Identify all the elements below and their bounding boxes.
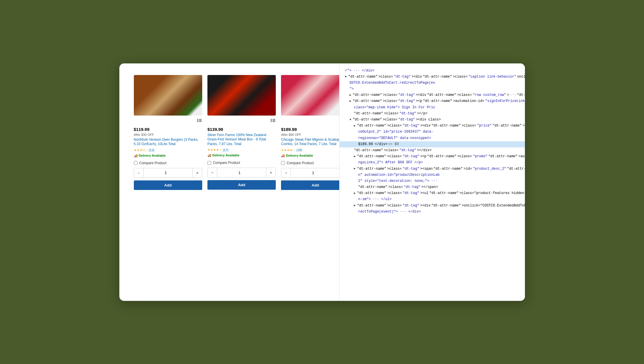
- delivery-label-3: 🚚 Delivery: [281, 154, 299, 157]
- devtools-line-6[interactable]: ▶"dt-attr-name">class="dt-tag"><p "dt-at…: [340, 98, 525, 104]
- qty-input-2[interactable]: [217, 169, 266, 177]
- add-button-1[interactable]: Add: [134, 180, 202, 190]
- qty-decrease-3[interactable]: −: [281, 168, 291, 178]
- qty-decrease-2[interactable]: −: [208, 168, 217, 177]
- list-icon-row-3: [281, 118, 339, 125]
- dt-dollar-12: == $0: [388, 142, 399, 147]
- devtools-line-10[interactable]: ▶"dt-attr-name">class="dt-tag"><div "dt-…: [340, 123, 525, 129]
- dt-triangle-9[interactable]: ▶: [354, 124, 356, 128]
- dt-triangle-1[interactable]: ▶: [345, 74, 347, 79]
- devtools-line-7[interactable]: class="map-item hide"> Sign In For Pric: [340, 105, 525, 111]
- dt-text-23: rectToPage(event)"> ··· </div>: [358, 209, 421, 215]
- product-image-1: [134, 75, 202, 116]
- delivery-status-2: Available: [225, 153, 239, 157]
- devtools-line-24[interactable]: rectToPage(event)"> ··· </div>: [340, 209, 525, 215]
- add-button-3[interactable]: Add: [281, 180, 339, 190]
- qty-row-1: − +: [134, 168, 202, 178]
- delivery-2: 🚚 Delivery Available: [207, 153, 276, 157]
- delivery-label-1: 🚚 Delivery: [134, 154, 152, 157]
- products-grid: $119.99 After $30 OFF Northfork Venison …: [134, 75, 331, 190]
- dt-text-17: n" automation-id="productDescriptionLab: [358, 172, 440, 178]
- review-count-2[interactable]: (17): [223, 148, 229, 152]
- devtools-line-5[interactable]: ▶"dt-attr-name">class="dt-tag"><div "dt-…: [340, 92, 525, 98]
- browser-window: $119.99 After $30 OFF Northfork Venison …: [119, 63, 525, 301]
- compare-checkbox-3[interactable]: [281, 161, 285, 165]
- dt-triangle-16[interactable]: ▶: [354, 167, 356, 171]
- devtools-line-23[interactable]: ▶"dt-attr-name">class="dt-tag"><div "dt-…: [340, 203, 525, 209]
- product-stars-1: ★★★½☆ (12): [134, 148, 202, 152]
- devtools-line-22[interactable]: n-sm"> ··· </ul>: [340, 196, 525, 202]
- qty-input-1[interactable]: [144, 169, 192, 177]
- devtools-line-16[interactable]: ngsLinks_2"> After $60 OFF </p>: [340, 160, 525, 166]
- compare-label-3: Compare Product: [287, 161, 314, 165]
- devtools-line-13[interactable]: $189.99 </div> == $0: [340, 141, 525, 147]
- dt-text-21: n-sm"> ··· </ul>: [358, 197, 392, 202]
- qty-increase-2[interactable]: +: [266, 168, 276, 177]
- product-image-3: [281, 75, 339, 116]
- devtools-line-15[interactable]: ▶"dt-attr-name">class="dt-tag"><p "dt-at…: [340, 153, 525, 160]
- compare-row-3: Compare Product: [281, 161, 339, 165]
- star-icons-3: ★★★★☆: [281, 148, 295, 152]
- svg-rect-8: [271, 121, 272, 122]
- devtools-line-14[interactable]: "dt-attr-name">class="dt-tag"></div>: [340, 147, 525, 153]
- svg-rect-1: [197, 120, 198, 121]
- svg-rect-2: [197, 121, 198, 122]
- qty-row-3: − +: [281, 168, 339, 178]
- list-icon-btn-1[interactable]: [196, 118, 202, 125]
- product-title-3[interactable]: Chicago Steak Filet Mignon & Scallop Com…: [281, 138, 339, 147]
- devtools-line-3[interactable]: OSTCO.ExtendedAddToCart.redirectToPage(e…: [340, 80, 525, 86]
- devtools-line-18[interactable]: n" automation-id="productDescriptionLab: [340, 172, 525, 178]
- delivery-status-1: Available: [152, 154, 166, 157]
- svg-rect-7: [271, 120, 272, 121]
- product-title-1[interactable]: Northfork Venison Deer Burgers (3 Packs,…: [134, 138, 202, 147]
- dt-text-11: regionnav="DEFAULT" data-nosnippet>: [358, 136, 431, 141]
- devtools-line-2[interactable]: ▶"dt-attr-name">class="dt-tag"><div "dt-…: [340, 74, 525, 80]
- dt-triangle-20[interactable]: ▶: [354, 191, 356, 196]
- svg-rect-5: [199, 121, 202, 122]
- devtools-line-11[interactable]: ceOutput_2" id="price-1693437" data-: [340, 129, 525, 135]
- product-card-3: $189.99 After $60 OFF Chicago Steak File…: [281, 75, 339, 190]
- product-stars-3: ★★★★☆ (18): [281, 148, 339, 152]
- review-count-3[interactable]: (18): [296, 148, 302, 152]
- devtools-line-17[interactable]: ▶"dt-attr-name">class="dt-tag"><span "dt…: [340, 166, 525, 172]
- dt-triangle-14[interactable]: ▶: [354, 154, 356, 159]
- dt-text-10: ceOutput_2" id="price-1693437" data-: [358, 129, 433, 135]
- devtools-line-21[interactable]: ▶"dt-attr-name">class="dt-tag"><ul "dt-a…: [340, 190, 525, 196]
- svg-rect-0: [197, 119, 198, 120]
- devtools-line-1[interactable]: r"> ··· </div>: [340, 68, 525, 74]
- list-icon-row-1: [134, 118, 202, 125]
- compare-row-1: Compare Product: [134, 161, 202, 165]
- qty-row-2: − +: [207, 168, 276, 178]
- dt-triangle-8[interactable]: ▼: [350, 118, 351, 122]
- product-img-2: [207, 75, 276, 116]
- devtools-line-9[interactable]: ▼"dt-attr-name">class="dt-tag"><div clas…: [340, 117, 525, 123]
- dt-text-18: 2" style="text-decoration: none;"> ···: [358, 178, 438, 184]
- dt-triangle-22[interactable]: ▶: [354, 203, 356, 208]
- qty-decrease-1[interactable]: −: [134, 168, 144, 178]
- qty-input-3[interactable]: [291, 169, 339, 177]
- product-image-2: [207, 75, 276, 116]
- add-button-2[interactable]: Add: [207, 180, 276, 190]
- qty-increase-1[interactable]: +: [192, 168, 202, 178]
- review-count-1[interactable]: (12): [149, 148, 155, 152]
- dt-triangle-5[interactable]: ▶: [350, 99, 351, 104]
- list-icon-row-2: [207, 118, 276, 125]
- devtools-line-4[interactable]: ">: [340, 86, 525, 92]
- svg-rect-6: [271, 119, 272, 120]
- product-card-2: $139.99 Silver Fern Farms 100% New Zeala…: [207, 75, 276, 190]
- dt-text-15: ngsLinks_2"> After $60 OFF </p>: [358, 160, 423, 165]
- product-card-1: $119.99 After $30 OFF Northfork Venison …: [134, 75, 202, 190]
- devtools-line-8[interactable]: "dt-attr-name">class="dt-tag"></p>: [340, 111, 525, 117]
- svg-rect-4: [199, 120, 202, 121]
- compare-checkbox-1[interactable]: [134, 161, 138, 165]
- dt-text-3: ">: [350, 86, 354, 92]
- product-stars-2: ★★★★☆ (17): [207, 148, 276, 152]
- devtools-line-19[interactable]: 2" style="text-decoration: none;"> ···: [340, 178, 525, 184]
- compare-checkbox-2[interactable]: [207, 161, 211, 165]
- devtools-line-20[interactable]: "dt-attr-name">class="dt-tag"></span>: [340, 184, 525, 190]
- delivery-3: 🚚 Delivery Available: [281, 154, 339, 158]
- dt-triangle-4[interactable]: ▶: [350, 93, 351, 98]
- list-icon-btn-2[interactable]: [270, 118, 276, 125]
- product-title-2[interactable]: Silver Fern Farms 100% New Zealand Grass…: [207, 133, 276, 147]
- devtools-line-12[interactable]: regionnav="DEFAULT" data-nosnippet>: [340, 135, 525, 141]
